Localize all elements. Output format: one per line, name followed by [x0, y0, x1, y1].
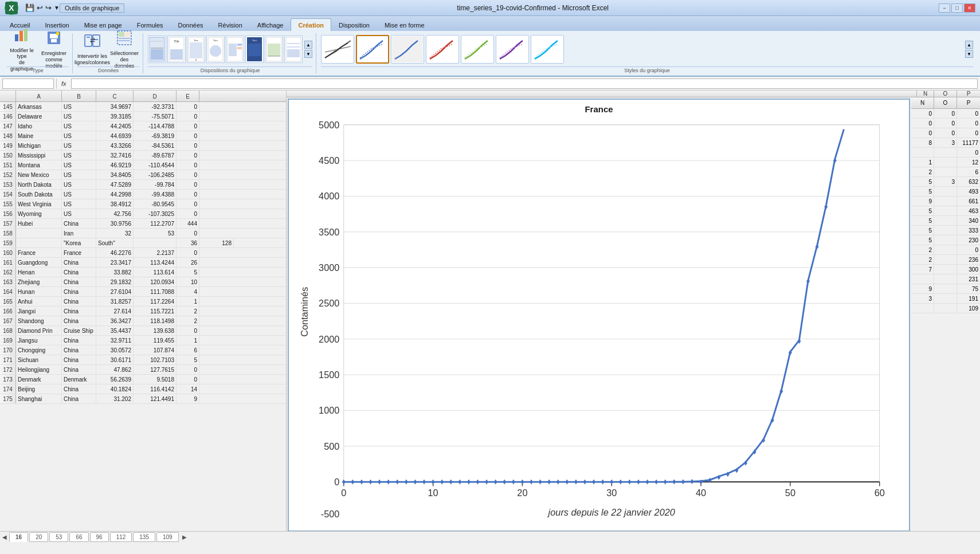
- cell[interactable]: 111.7088: [134, 287, 177, 296]
- cell[interactable]: 31.202: [96, 394, 134, 403]
- name-box[interactable]: Graphique 1: [2, 78, 54, 89]
- cell[interactable]: US: [62, 199, 96, 209]
- cell[interactable]: 46.9219: [96, 160, 134, 170]
- col-header-D[interactable]: D: [134, 91, 177, 102]
- table-row[interactable]: 154South DakotaUS44.2998-99.43880: [0, 190, 286, 199]
- cell[interactable]: 1: [177, 336, 199, 345]
- cell[interactable]: 35.4437: [96, 326, 134, 335]
- cell[interactable]: 26: [177, 258, 199, 267]
- col-header-B[interactable]: B: [62, 91, 96, 102]
- quick-redo-icon[interactable]: ↪: [45, 3, 52, 12]
- cell[interactable]: Cruise Ship: [62, 326, 96, 335]
- rcol-P[interactable]: P: [957, 97, 980, 108]
- cell[interactable]: France: [62, 248, 96, 257]
- cell[interactable]: 119.455: [134, 336, 177, 345]
- cell[interactable]: 44.2405: [96, 121, 134, 131]
- cell[interactable]: China: [62, 345, 96, 355]
- cell[interactable]: 0: [177, 121, 199, 131]
- cell[interactable]: 118.1498: [134, 316, 177, 325]
- cell[interactable]: Michigan: [16, 141, 62, 150]
- cell[interactable]: 56.2639: [96, 375, 134, 384]
- cell[interactable]: 42.756: [96, 209, 134, 218]
- table-row[interactable]: 174BeijingChina40.1824116.414214: [0, 384, 286, 394]
- cell[interactable]: 107.874: [134, 345, 177, 355]
- cell[interactable]: China: [62, 297, 96, 306]
- cell[interactable]: 30.6171: [96, 355, 134, 364]
- sheet-tab-109[interactable]: 109: [156, 532, 179, 542]
- cell[interactable]: Shanghai: [16, 394, 62, 403]
- table-row[interactable]: 147IdahoUS44.2405-114.47880: [0, 121, 286, 131]
- cell[interactable]: 5: [177, 268, 199, 277]
- cell[interactable]: -99.4388: [134, 190, 177, 199]
- disposition-6[interactable]: Titre: [245, 36, 264, 63]
- col-header-C[interactable]: C: [96, 91, 134, 102]
- disposition-3[interactable]: Titre X: [187, 36, 205, 63]
- cell[interactable]: 128: [199, 238, 234, 247]
- table-row[interactable]: 163ZhejiangChina29.1832120.093410: [0, 277, 286, 287]
- cell[interactable]: 0: [177, 151, 199, 160]
- cell[interactable]: Heilongjiang: [16, 365, 62, 374]
- cell[interactable]: 0: [177, 365, 199, 374]
- cell[interactable]: US: [62, 180, 96, 189]
- cell[interactable]: -107.3025: [134, 209, 177, 218]
- scroll-right-btn[interactable]: ▶: [182, 534, 187, 540]
- cell[interactable]: Guangdong: [16, 258, 62, 267]
- cell[interactable]: 0: [177, 199, 199, 209]
- disposition-2[interactable]: Title: [167, 36, 186, 63]
- sheet-tab-16[interactable]: 16: [9, 532, 28, 542]
- cell[interactable]: 27.614: [96, 307, 134, 316]
- cell[interactable]: China: [62, 307, 96, 316]
- disposition-scroll-up[interactable]: ▲: [304, 41, 312, 49]
- table-row[interactable]: 153North DakotaUS47.5289-99.7840: [0, 180, 286, 190]
- tab-donnees[interactable]: Données: [171, 18, 211, 31]
- cell[interactable]: -89.6787: [134, 151, 177, 160]
- cell[interactable]: 139.638: [134, 326, 177, 335]
- cell[interactable]: Iran: [62, 229, 96, 238]
- cell[interactable]: 112.2707: [134, 219, 177, 228]
- table-row[interactable]: 155West VirginiaUS38.4912-80.95450: [0, 199, 286, 209]
- chart-style-7[interactable]: [531, 35, 564, 64]
- table-row[interactable]: 173DenmarkDenmark56.26399.50180: [0, 375, 286, 384]
- cell[interactable]: Sichuan: [16, 355, 62, 364]
- cell[interactable]: Jiangsu: [16, 336, 62, 345]
- cell[interactable]: Hubei: [16, 219, 62, 228]
- cell[interactable]: Henan: [16, 268, 62, 277]
- cell[interactable]: 0: [177, 326, 199, 335]
- cell[interactable]: China: [62, 384, 96, 394]
- cell[interactable]: 38.4912: [96, 199, 134, 209]
- cell[interactable]: -80.9545: [134, 199, 177, 209]
- scroll-left-btn[interactable]: ◀: [2, 534, 7, 540]
- table-row[interactable]: 152New MexicoUS34.8405-106.24850: [0, 170, 286, 180]
- cell[interactable]: 0: [177, 190, 199, 199]
- cell[interactable]: 23.3417: [96, 258, 134, 267]
- cell[interactable]: South": [96, 238, 134, 247]
- cell[interactable]: 30.9756: [96, 219, 134, 228]
- cell[interactable]: 115.7221: [134, 307, 177, 316]
- cell[interactable]: Jiangxi: [16, 307, 62, 316]
- cell[interactable]: 53: [134, 229, 177, 238]
- cell[interactable]: Zhejiang: [16, 277, 62, 286]
- cell[interactable]: 39.3185: [96, 112, 134, 121]
- cell[interactable]: 0: [177, 170, 199, 179]
- close-button[interactable]: ✕: [964, 3, 975, 13]
- cell[interactable]: 5: [177, 355, 199, 364]
- cell[interactable]: Wyoming: [16, 209, 62, 218]
- sheet-tab-53[interactable]: 53: [49, 532, 68, 542]
- cell[interactable]: 0: [177, 131, 199, 140]
- cell[interactable]: 31.8257: [96, 297, 134, 306]
- col-header-A[interactable]: A: [16, 91, 62, 102]
- cell[interactable]: [16, 238, 62, 247]
- table-row[interactable]: 175ShanghaiChina31.202121.44919: [0, 394, 286, 404]
- cell[interactable]: 2: [177, 316, 199, 325]
- cell[interactable]: -75.5071: [134, 112, 177, 121]
- table-row[interactable]: 157HubeiChina30.9756112.2707444: [0, 219, 286, 229]
- col-header-E[interactable]: E: [177, 91, 199, 102]
- cell[interactable]: Chongqing: [16, 345, 62, 355]
- rcol-N[interactable]: N: [911, 97, 934, 108]
- table-row[interactable]: 164HunanChina27.6104111.70884: [0, 287, 286, 297]
- tab-creation[interactable]: Création: [291, 18, 331, 31]
- cell[interactable]: 44.6939: [96, 131, 134, 140]
- cell[interactable]: China: [62, 336, 96, 345]
- sheet-tab-20[interactable]: 20: [29, 532, 48, 542]
- cell[interactable]: Hunan: [16, 287, 62, 296]
